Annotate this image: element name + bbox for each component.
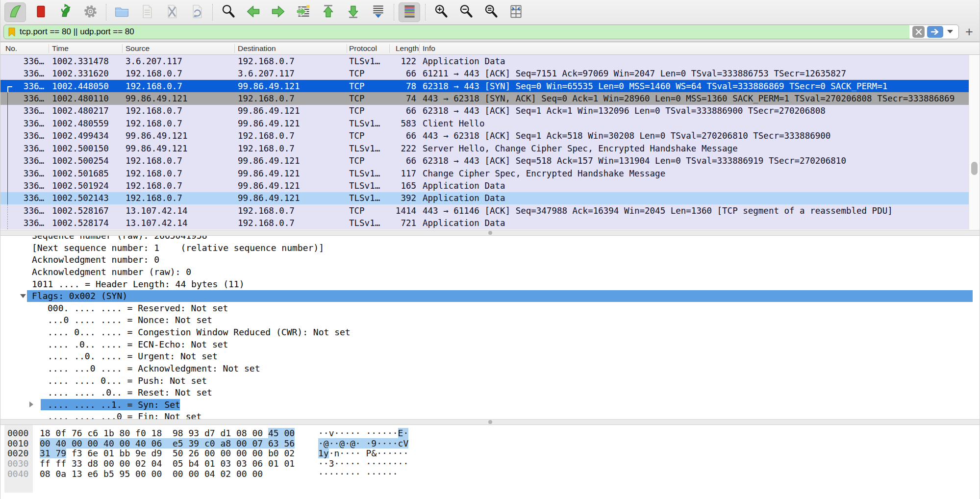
detail-line[interactable]: .... .... ..1. = Syn: Set	[0, 399, 980, 411]
column-header-length[interactable]: Length	[390, 44, 420, 53]
restart-capture-button[interactable]	[54, 2, 76, 22]
expander-open-icon[interactable]	[20, 294, 26, 298]
display-filter-input[interactable]: tcp.port == 80 || udp.port == 80	[3, 25, 959, 39]
reload-file-button[interactable]	[186, 2, 207, 22]
detail-line[interactable]: .... .... .0.. = Reset: Not set	[0, 387, 980, 399]
resize-columns-icon	[507, 3, 525, 22]
zoom-out-button[interactable]	[455, 2, 477, 22]
detail-line[interactable]: .... ..0. .... = Urgent: Not set	[0, 350, 980, 363]
packet-row[interactable]: 336…1002.52816713.107.42.14192.168.0.7TC…	[0, 204, 970, 217]
zoom-in-button[interactable]	[430, 2, 452, 22]
packet-row[interactable]: 336…1002.3314783.6.207.117192.168.0.7TLS…	[0, 55, 970, 67]
clear-filter-button[interactable]	[912, 26, 925, 38]
detail-line[interactable]: .... 0... .... = Congestion Window Reduc…	[0, 326, 980, 339]
save-file-button[interactable]	[136, 2, 157, 22]
go-to-packet-button[interactable]	[292, 2, 314, 22]
start-capture-button[interactable]	[4, 2, 26, 22]
packet-row[interactable]: 336…1002.501924192.168.0.799.86.49.121TL…	[0, 179, 970, 192]
detail-text: Acknowledgment number (raw): 0	[32, 267, 191, 277]
conversation-bracket-line	[7, 92, 8, 204]
filter-expression[interactable]: tcp.port == 80 || udp.port == 80	[20, 27, 134, 37]
wireshark-window: tcp.port == 80 || udp.port == 80 + No.Ti…	[0, 0, 980, 499]
auto-scroll-button[interactable]	[367, 2, 389, 22]
splitter-handle-icon	[488, 420, 492, 424]
detail-line[interactable]: 000. .... .... = Reserved: Not set	[0, 302, 980, 315]
hex-line[interactable]: 0030ff ff 33 d8 00 00 02 04 05 b4 01 03 …	[0, 458, 980, 469]
detail-line[interactable]: Sequence number (raw): 2665041958	[0, 236, 980, 242]
column-header-protocol[interactable]: Protocol	[347, 44, 390, 53]
filter-history-caret-icon[interactable]	[947, 30, 953, 33]
capture-options-button[interactable]	[79, 2, 101, 22]
hex-line[interactable]: 000018 0f 76 c6 1b 80 f0 18 98 93 d7 d1 …	[0, 428, 980, 438]
splitter-handle-icon	[488, 231, 492, 235]
detail-line[interactable]: .... .... 0... = Push: Not set	[0, 375, 980, 387]
cell-time: 1002.480217	[49, 106, 123, 116]
open-file-button[interactable]	[111, 2, 132, 22]
go-last-packet-button[interactable]	[342, 2, 364, 22]
cell-dst: 99.86.49.121	[235, 169, 347, 178]
cell-proto: TLSv1…	[347, 181, 390, 191]
detail-text: .... .... .0.. = Reset: Not set	[48, 387, 212, 398]
detail-line[interactable]: 1011 .... = Header Length: 44 bytes (11)	[0, 278, 980, 291]
zoom-out-icon	[457, 3, 475, 22]
cell-len: 66	[390, 106, 420, 116]
arrow-top-icon	[320, 3, 337, 22]
packet-row[interactable]: 336…1002.49943499.86.49.121192.168.0.7TC…	[0, 130, 970, 142]
column-header-destination[interactable]: Destination	[235, 44, 347, 53]
cell-len: 117	[390, 169, 420, 178]
packet-row[interactable]: 336…1002.331620192.168.0.73.6.207.117TCP…	[0, 67, 970, 79]
packet-row[interactable]: 336…1002.501685192.168.0.799.86.49.121TL…	[0, 167, 970, 179]
cell-len: 165	[390, 181, 420, 191]
packet-row[interactable]: 336…1002.50015099.86.49.121192.168.0.7TL…	[0, 142, 970, 154]
toolbar-separator	[106, 4, 106, 21]
packet-row[interactable]: 336…1002.52817413.107.42.14192.168.0.7TL…	[0, 217, 970, 229]
detail-line[interactable]: [Next sequence number: 1 (relative seque…	[0, 242, 980, 254]
splitter-list-detail[interactable]	[0, 230, 980, 236]
detail-line[interactable]: .... .... ...0 = Fin: Not set	[0, 411, 980, 419]
find-packet-button[interactable]	[217, 2, 239, 22]
detail-line[interactable]: Flags: 0x002 (SYN)	[0, 290, 980, 302]
column-header-source[interactable]: Source	[123, 44, 235, 53]
filter-controls	[909, 25, 958, 39]
hex-line[interactable]: 004008 0a 13 e6 b5 95 00 00 00 00 04 02 …	[0, 469, 980, 479]
scrollbar-thumb[interactable]	[971, 162, 978, 175]
detail-line[interactable]: Acknowledgment number (raw): 0	[0, 266, 980, 278]
go-back-button[interactable]	[242, 2, 264, 22]
go-first-packet-button[interactable]	[317, 2, 339, 22]
hex-offset: 0020	[7, 448, 28, 458]
detail-line[interactable]: .... ...0 .... = Acknowledgment: Not set	[0, 363, 980, 375]
go-forward-button[interactable]	[267, 2, 289, 22]
column-header-no[interactable]: No.	[0, 44, 49, 53]
add-filter-button[interactable]: +	[962, 25, 977, 39]
cell-proto: TCP	[347, 206, 390, 216]
resize-columns-button[interactable]	[505, 2, 527, 22]
hex-line[interactable]: 001000 40 00 00 40 00 40 06 e5 39 c0 a8 …	[0, 438, 980, 449]
column-header-time[interactable]: Time	[49, 44, 123, 53]
packet-list-scrollbar[interactable]	[969, 55, 980, 229]
bookmark-icon[interactable]	[8, 27, 15, 39]
cell-info: Server Hello, Change Cipher Spec, Encryp…	[420, 144, 970, 153]
apply-filter-button[interactable]	[927, 26, 943, 38]
hex-dump-lines: 000018 0f 76 c6 1b 80 f0 18 98 93 d7 d1 …	[0, 428, 980, 478]
packet-row[interactable]: 336…1002.502143192.168.0.799.86.49.121TL…	[0, 192, 970, 204]
packet-row[interactable]: 336…1002.448050192.168.0.799.86.49.121TC…	[0, 80, 970, 92]
packet-row[interactable]: 336…1002.480559192.168.0.799.86.49.121TL…	[0, 117, 970, 129]
zoom-reset-button[interactable]	[480, 2, 502, 22]
restart-fin-icon	[57, 3, 74, 22]
save-document-icon	[138, 3, 155, 22]
close-file-button[interactable]	[161, 2, 182, 22]
splitter-detail-hex[interactable]	[0, 419, 980, 425]
detail-line[interactable]: .... .0.. .... = ECN-Echo: Not set	[0, 339, 980, 351]
colorize-packets-button[interactable]	[399, 2, 420, 22]
detail-text: .... ...0 .... = Acknowledgment: Not set	[48, 363, 260, 374]
detail-line[interactable]: Acknowledgment number: 0	[0, 254, 980, 266]
packet-row[interactable]: 336…1002.48011099.86.49.121192.168.0.7TC…	[0, 92, 970, 104]
column-header-info[interactable]: Info	[420, 44, 980, 53]
stop-capture-button[interactable]	[29, 2, 51, 22]
expander-closed-icon[interactable]	[29, 401, 33, 407]
packet-row[interactable]: 336…1002.500254192.168.0.799.86.49.121TC…	[0, 154, 970, 167]
hex-line[interactable]: 002031 79 f3 6e 01 bb 9e d9 50 26 00 00 …	[0, 448, 980, 458]
detail-line[interactable]: ...0 .... .... = Nonce: Not set	[0, 314, 980, 326]
packet-row[interactable]: 336…1002.480217192.168.0.799.86.49.121TC…	[0, 105, 970, 117]
cell-time: 1002.480559	[49, 119, 123, 128]
